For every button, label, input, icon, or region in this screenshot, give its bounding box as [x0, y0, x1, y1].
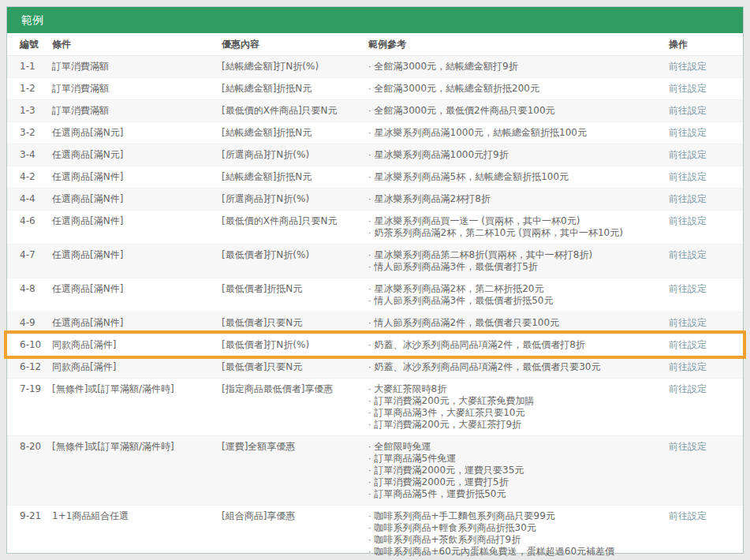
example-text: 星冰樂系列商品買一送一 (買兩杯，其中一杯0元): [375, 215, 580, 227]
table-row: 4-2 任選商品[滿N件] [結帳總金額]折抵N元 ·星冰樂系列商品滿5杯，結帳…: [7, 166, 743, 188]
bullet-icon: ·: [368, 317, 371, 329]
example-item: ·星冰樂系列商品滿2杯，第二杯折抵20元: [368, 283, 661, 295]
go-to-settings-link[interactable]: 前往設定: [669, 83, 707, 94]
example-list: ·全館滿3000元，結帳總金額折抵200元: [368, 83, 669, 95]
example-text: 咖啡系列商品+60元內蛋糕免費送，蛋糕超過60元補差價: [375, 546, 615, 558]
table-row: 3-4 任選商品[滿N元] [所選商品]打N折(%) ·星冰樂系列商品滿1000…: [7, 144, 743, 166]
condition-cell: 任選商品[滿N件]: [52, 171, 222, 183]
example-text: 情人節系列商品滿3件，最低價者折抵50元: [375, 295, 554, 307]
go-to-settings-link[interactable]: 前往設定: [669, 61, 707, 72]
example-text: 星冰樂系列商品滿1000元，結帳總金額折抵100元: [375, 127, 587, 139]
table-row: 7-19 [無條件]或[訂單滿額/滿件時] [指定商品最低價者]享優惠 ·大麥紅…: [7, 378, 743, 435]
content-cell: [最低價者]只要N元: [222, 317, 368, 329]
example-text: 訂單商品滿3件，大麥紅茶只要10元: [375, 407, 525, 419]
condition-cell: 同款商品[滿件]: [52, 361, 222, 373]
example-text: 咖啡系列商品+輕食系列商品折抵30元: [375, 522, 536, 534]
table-row: 3-2 任選商品[滿N元] [結帳總金額]折抵N元 ·星冰樂系列商品滿1000元…: [7, 121, 743, 144]
go-to-settings-link[interactable]: 前往設定: [669, 105, 707, 116]
go-to-settings-link[interactable]: 前往設定: [669, 215, 707, 226]
go-to-settings-link[interactable]: 前往設定: [669, 249, 707, 260]
condition-cell: 任選商品[滿N件]: [52, 215, 222, 239]
example-list: ·星冰樂系列商品滿1000元，結帳總金額折抵100元: [368, 127, 669, 139]
example-text: 星冰樂系列商品第二杯8折(買兩杯，其中一杯打8折): [375, 249, 593, 261]
action-cell: 前往設定: [669, 283, 730, 307]
example-text: 訂單消費滿200元，大麥紅茶免費加購: [375, 395, 535, 407]
row-id-cell: 4-4: [20, 193, 52, 205]
go-to-settings-link[interactable]: 前往設定: [669, 510, 707, 521]
example-item: ·訂單消費滿200元，大麥紅茶打9折: [368, 419, 661, 431]
action-cell: 前往設定: [669, 149, 730, 161]
content-cell: [最低價的X件商品]只要N元: [222, 105, 368, 117]
table-row: 4-6 任選商品[滿N件] [最低價的X件商品]只要N元 ·星冰樂系列商品買一送…: [7, 210, 743, 244]
action-cell: 前往設定: [669, 127, 730, 139]
content-cell: [結帳總金額]折抵N元: [222, 83, 368, 95]
bullet-icon: ·: [368, 83, 371, 95]
bullet-icon: ·: [368, 419, 371, 431]
action-cell: 前往設定: [669, 171, 730, 183]
table-body: 1-1 訂單消費滿額 [結帳總金額]打N折(%) ·全館滿3000元，結帳總金額…: [7, 56, 743, 560]
example-item: ·咖啡系列商品+60元內蛋糕免費送，蛋糕超過60元補差價: [368, 546, 661, 558]
action-cell: 前往設定: [669, 193, 730, 205]
example-item: ·情人節系列商品滿3件，最低價者打5折: [368, 261, 661, 273]
content-cell: [所選商品]打N折(%): [222, 149, 368, 161]
condition-cell: 任選商品[滿N元]: [52, 149, 222, 161]
example-item: ·全館滿3000元，結帳總金額打9折: [368, 61, 661, 73]
bullet-icon: ·: [368, 407, 371, 419]
example-text: 全館限時免運: [375, 441, 431, 453]
row-id-cell: 3-4: [20, 149, 52, 161]
example-item: ·奶茶系列商品滿2杯，第二杯10元 (買兩杯，其中一杯10元): [368, 227, 661, 239]
content-cell: [最低價者]打N折(%): [222, 249, 368, 273]
example-text: 訂單商品滿5件，運費折抵50元: [375, 488, 506, 500]
column-header-condition: 條件: [52, 39, 222, 50]
column-header-action: 操作: [669, 39, 730, 50]
go-to-settings-link[interactable]: 前往設定: [669, 317, 707, 328]
bullet-icon: ·: [368, 383, 371, 395]
column-header-id: 編號: [20, 39, 52, 50]
example-item: ·全館限時免運: [368, 441, 661, 453]
content-cell: [組合商品]享優惠: [222, 510, 368, 558]
action-cell: 前往設定: [669, 383, 730, 431]
table-header: 編號 條件 優惠內容 範例參考 操作: [7, 33, 743, 56]
bullet-icon: ·: [368, 283, 371, 295]
page-title: 範例: [21, 13, 43, 26]
content-cell: [最低價者]只要N元: [222, 361, 368, 373]
table-row-highlighted: 6-10 同款商品[滿件] [最低價者]打N折(%) ·奶蓋、冰沙系列商品同品項…: [7, 334, 743, 356]
condition-cell: 訂單消費滿額: [52, 83, 222, 95]
example-item: ·星冰樂系列商品滿1000元，結帳總金額折抵100元: [368, 127, 661, 139]
content-cell: [運費]全額享優惠: [222, 441, 368, 500]
go-to-settings-link[interactable]: 前往設定: [669, 339, 707, 350]
bullet-icon: ·: [368, 127, 371, 139]
go-to-settings-link[interactable]: 前往設定: [669, 127, 707, 138]
bullet-icon: ·: [368, 441, 371, 453]
row-id-cell: 6-12: [20, 361, 52, 373]
condition-cell: 訂單消費滿額: [52, 61, 222, 73]
example-text: 奶蓋、冰沙系列商品同品項滿2件，最低價者打8折: [375, 339, 585, 351]
example-list: ·大麥紅茶限時8折·訂單消費滿200元，大麥紅茶免費加購·訂單商品滿3件，大麥紅…: [368, 383, 669, 431]
example-text: 奶蓋、冰沙系列商品同品項滿2件，最低價者只要30元: [375, 361, 601, 373]
condition-cell: 1+1商品組合任選: [52, 510, 222, 558]
table-row: 9-21 1+1商品組合任選 [組合商品]享優惠 ·咖啡系列商品+手工麵包系列商…: [7, 505, 743, 560]
content-cell: [結帳總金額]折抵N元: [222, 127, 368, 139]
go-to-settings-link[interactable]: 前往設定: [669, 171, 707, 182]
bullet-icon: ·: [368, 105, 371, 117]
example-item: ·訂單商品滿5件，運費折抵50元: [368, 488, 661, 500]
example-list: ·咖啡系列商品+手工麵包系列商品只要99元·咖啡系列商品+輕食系列商品折抵30元…: [368, 510, 669, 558]
table-row: 4-9 任選商品[滿N件] [最低價者]只要N元 ·情人節系列商品滿2件，最低價…: [7, 312, 743, 334]
example-list: ·星冰樂系列商品滿1000元打9折: [368, 149, 669, 161]
go-to-settings-link[interactable]: 前往設定: [669, 283, 707, 294]
go-to-settings-link[interactable]: 前往設定: [669, 193, 707, 204]
example-item: ·大麥紅茶限時8折: [368, 383, 661, 395]
table-row: 1-2 訂單消費滿額 [結帳總金額]折抵N元 ·全館滿3000元，結帳總金額折抵…: [7, 77, 743, 99]
go-to-settings-link[interactable]: 前往設定: [669, 383, 707, 394]
go-to-settings-link[interactable]: 前往設定: [669, 361, 707, 372]
row-id-cell: 7-19: [20, 383, 52, 431]
go-to-settings-link[interactable]: 前往設定: [669, 149, 707, 160]
row-id-cell: 4-7: [20, 249, 52, 273]
bullet-icon: ·: [368, 453, 371, 465]
table-row: 4-7 任選商品[滿N件] [最低價者]打N折(%) ·星冰樂系列商品第二杯8折…: [7, 244, 743, 278]
bullet-icon: ·: [368, 522, 371, 534]
example-text: 情人節系列商品滿3件，最低價者打5折: [375, 261, 538, 273]
example-list: ·奶蓋、冰沙系列商品同品項滿2件，最低價者打8折: [368, 339, 669, 351]
go-to-settings-link[interactable]: 前往設定: [669, 441, 707, 452]
action-cell: 前往設定: [669, 83, 730, 95]
